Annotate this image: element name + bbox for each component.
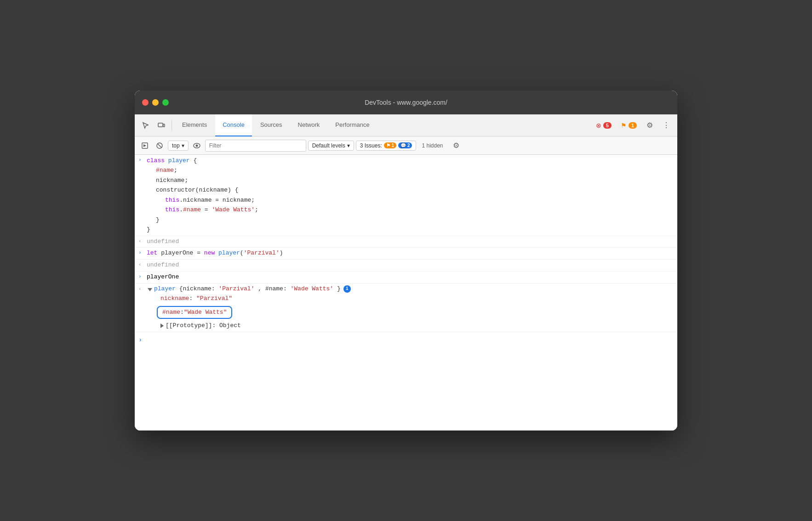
tab-bar-right: ⊗ 5 ⚑ 1 ⚙ ⋮ xyxy=(592,118,674,133)
levels-dropdown-icon: ▾ xyxy=(347,142,350,149)
player-obj-header: ‹ player {nickname: 'Parzival' , #name: … xyxy=(138,284,351,294)
issues-warning-badge: ⚑ 1 xyxy=(384,142,396,148)
code-line-5: this.nickname = nickname; xyxy=(147,195,258,205)
return-arrow-1: ‹ xyxy=(138,237,147,246)
console-output: › class player { #name; nickname; constr… xyxy=(135,155,677,430)
cursor-icon: › xyxy=(138,335,142,345)
svg-point-6 xyxy=(195,144,198,147)
undefined-line-1: ‹ undefined xyxy=(135,236,677,248)
name-row-highlighted: #name: "Wade Watts" xyxy=(138,304,236,321)
device-toolbar-icon[interactable] xyxy=(154,118,169,133)
player-one-text: playerOne xyxy=(147,272,179,282)
error-badge-button[interactable]: ⊗ 5 xyxy=(592,120,615,131)
error-icon: ⊗ xyxy=(596,122,601,129)
expand-arrow-2[interactable]: › xyxy=(138,249,147,257)
undefined-text-1: undefined xyxy=(147,237,179,247)
levels-label: Default levels xyxy=(312,142,345,149)
code-line-3: nickname; xyxy=(147,176,258,185)
code-line-1: class player { xyxy=(147,157,197,164)
hidden-label: 1 hidden xyxy=(422,142,443,149)
context-label: top xyxy=(172,142,180,149)
return-arrow-2: ‹ xyxy=(138,260,147,269)
warning-icon: ⚑ xyxy=(621,122,627,129)
hidden-button[interactable]: 1 hidden xyxy=(418,141,446,150)
window-title: DevTools - www.google.com/ xyxy=(365,99,447,106)
code-line-7: } xyxy=(147,215,258,225)
svg-line-4 xyxy=(158,143,162,147)
code-line-4: constructor(nickname) { xyxy=(147,185,258,195)
tab-bar: Elements Console Sources Network Perform… xyxy=(135,114,677,136)
tab-performance[interactable]: Performance xyxy=(328,114,377,136)
tab-elements[interactable]: Elements xyxy=(175,114,214,136)
issues-button[interactable]: 3 Issues: ⚑ 1 💬 2 xyxy=(356,141,417,151)
traffic-lights xyxy=(142,99,169,106)
let-statement: let playerOne = new player('Parzival') xyxy=(147,249,283,258)
tab-network[interactable]: Network xyxy=(291,114,327,136)
warning-badge-button[interactable]: ⚑ 1 xyxy=(617,120,640,131)
expand-arrow-3[interactable]: › xyxy=(138,272,147,281)
inspect-element-icon[interactable] xyxy=(138,118,153,133)
svg-rect-1 xyxy=(163,124,165,127)
close-button[interactable] xyxy=(142,99,149,106)
info-icon[interactable]: i xyxy=(343,285,351,293)
more-options-button[interactable]: ⋮ xyxy=(659,118,674,133)
undefined-line-2: ‹ undefined xyxy=(135,260,677,272)
svg-rect-0 xyxy=(158,123,163,127)
eye-button[interactable] xyxy=(190,139,203,152)
code-block: class player { #name; nickname; construc… xyxy=(147,156,258,235)
issues-info-badge: 💬 2 xyxy=(398,142,412,148)
tab-divider xyxy=(172,120,172,131)
dropdown-arrow-icon: ▾ xyxy=(182,142,184,149)
player-one-line: › playerOne xyxy=(135,272,677,283)
console-settings-button[interactable]: ⚙ xyxy=(449,138,463,153)
code-line-2: #name; xyxy=(147,165,258,175)
return-arrow-3: ‹ xyxy=(138,285,147,294)
prototype-row: [[Prototype]]: Object xyxy=(138,321,241,331)
name-highlight-box: #name: "Wade Watts" xyxy=(157,306,232,319)
prototype-label: [[Prototype]]: Object xyxy=(166,321,241,331)
undefined-text-2: undefined xyxy=(147,260,179,270)
tab-sources[interactable]: Sources xyxy=(253,114,290,136)
levels-button[interactable]: Default levels ▾ xyxy=(308,141,354,151)
context-selector[interactable]: top ▾ xyxy=(168,141,189,151)
code-line-8: } xyxy=(147,225,258,234)
player-obj-block: ‹ player {nickname: 'Parzival' , #name: … xyxy=(135,283,677,333)
console-toolbar: top ▾ Default levels ▾ 3 Issues: ⚑ 1 💬 2… xyxy=(135,136,677,155)
tab-console[interactable]: Console xyxy=(215,114,252,136)
warning-count: 1 xyxy=(629,122,637,129)
clear-button[interactable] xyxy=(153,139,166,152)
player-class-label: player {nickname: 'Parzival' , #name: 'W… xyxy=(154,284,341,294)
filter-input[interactable] xyxy=(205,140,306,152)
devtools-window: DevTools - www.google.com/ Elements Cons… xyxy=(135,91,677,430)
minimize-button[interactable] xyxy=(152,99,159,106)
let-statement-line: › let playerOne = new player('Parzival') xyxy=(135,248,677,260)
cursor-input-line[interactable]: › xyxy=(135,332,677,348)
issues-label: 3 Issues: xyxy=(360,142,382,149)
error-count: 5 xyxy=(603,122,612,129)
prototype-expand-icon[interactable] xyxy=(160,323,164,328)
expand-arrow[interactable]: › xyxy=(138,156,147,164)
execute-button[interactable] xyxy=(138,139,151,152)
code-line-6: this.#name = 'Wade Watts'; xyxy=(147,205,258,215)
maximize-button[interactable] xyxy=(162,99,169,106)
settings-button[interactable]: ⚙ xyxy=(642,118,657,133)
triangle-down-icon[interactable] xyxy=(148,288,152,291)
nickname-row: nickname: "Parzival" xyxy=(138,294,232,304)
code-entry-line: › class player { #name; nickname; constr… xyxy=(135,155,677,236)
title-bar: DevTools - www.google.com/ xyxy=(135,91,677,114)
